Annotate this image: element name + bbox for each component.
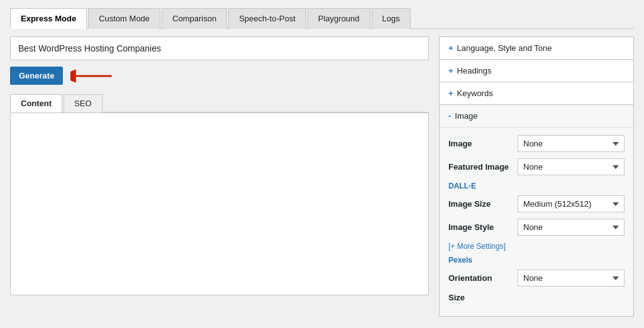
tab-express-mode[interactable]: Express Mode: [10, 8, 87, 29]
accordion-language: + Language, Style and Tone: [439, 36, 634, 59]
image-style-field-row: Image Style None Realistic Artistic Cart…: [448, 219, 625, 236]
accordion-image: - Image Image None Auto Featured Custom: [439, 104, 634, 317]
dalle-label[interactable]: DALL-E: [448, 182, 625, 190]
main-tabs: Express Mode Custom Mode Comparison Spee…: [10, 8, 634, 29]
accordion-label-keywords: Keywords: [457, 89, 493, 98]
content-area: [10, 112, 429, 295]
accordion-prefix-image: -: [448, 111, 451, 121]
pexels-label[interactable]: Pexels: [448, 256, 625, 265]
right-panel: + Language, Style and Tone + Headings + …: [439, 36, 634, 317]
accordion-label-image: Image: [455, 111, 477, 121]
generate-button[interactable]: Generate: [10, 67, 63, 85]
size-label: Size: [448, 293, 518, 302]
sub-tab-seo[interactable]: SEO: [64, 94, 102, 112]
main-layout: Generate Content SEO: [10, 36, 634, 317]
sub-tabs: Content SEO: [10, 94, 429, 112]
generate-row: Generate: [10, 67, 429, 85]
accordion-header-keywords[interactable]: + Keywords: [440, 82, 633, 104]
tab-speech-to-post[interactable]: Speech-to-Post: [228, 8, 306, 29]
featured-image-select[interactable]: None Auto Custom: [518, 158, 625, 175]
orientation-field-row: Orientation None Landscape Portrait Squa…: [448, 270, 625, 287]
accordion-label-headings: Headings: [457, 66, 492, 75]
accordion-keywords: + Keywords: [439, 82, 634, 104]
orientation-label: Orientation: [448, 273, 518, 283]
accordion-prefix-keywords: +: [448, 89, 453, 98]
accordion-header-image[interactable]: - Image: [440, 105, 633, 127]
accordion-header-language[interactable]: + Language, Style and Tone: [440, 37, 633, 59]
accordion-prefix-headings: +: [448, 66, 453, 75]
tab-logs[interactable]: Logs: [372, 8, 411, 29]
accordion-body-image: Image None Auto Featured Custom Featured…: [440, 127, 633, 316]
accordion-headings: + Headings: [439, 59, 634, 82]
tab-playground[interactable]: Playground: [308, 8, 370, 29]
image-size-field-row: Image Size Small (256x256) Medium (512x5…: [448, 195, 625, 212]
size-field-row: Size: [448, 293, 625, 302]
featured-image-field-row: Featured Image None Auto Custom: [448, 158, 625, 175]
image-label: Image: [448, 139, 518, 148]
topic-input[interactable]: [10, 36, 429, 60]
image-size-select[interactable]: Small (256x256) Medium (512x512) Large (…: [518, 195, 625, 212]
image-style-select[interactable]: None Realistic Artistic Cartoon: [518, 219, 625, 236]
accordion-label-language: Language, Style and Tone: [457, 43, 552, 53]
tab-comparison[interactable]: Comparison: [162, 8, 227, 29]
sub-tab-content[interactable]: Content: [10, 94, 62, 112]
orientation-select[interactable]: None Landscape Portrait Square: [518, 270, 625, 287]
image-select[interactable]: None Auto Featured Custom: [518, 135, 625, 152]
accordion-header-headings[interactable]: + Headings: [440, 60, 633, 82]
more-settings-link[interactable]: [+ More Settings]: [448, 242, 625, 251]
left-panel: Generate Content SEO: [10, 36, 429, 317]
content-textarea[interactable]: [16, 118, 423, 288]
featured-image-label: Featured Image: [448, 162, 518, 172]
accordion-prefix-language: +: [448, 43, 453, 53]
image-style-label: Image Style: [448, 222, 518, 232]
image-field-row: Image None Auto Featured Custom: [448, 135, 625, 152]
arrow-icon: [70, 67, 114, 85]
tab-custom-mode[interactable]: Custom Mode: [88, 8, 160, 29]
image-size-label: Image Size: [448, 199, 518, 209]
